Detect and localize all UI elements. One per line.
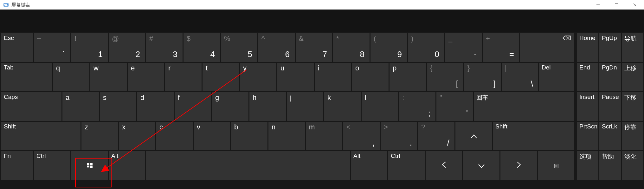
key-0[interactable]: )0 — [408, 33, 444, 62]
key-menu[interactable] — [538, 151, 574, 180]
key-caps[interactable]: Caps — [1, 92, 61, 121]
key-9[interactable]: (9 — [370, 33, 407, 62]
key-dock[interactable]: 停靠 — [622, 122, 643, 150]
key-help[interactable]: 帮助 — [599, 151, 621, 180]
key-left-arrow[interactable] — [426, 151, 462, 180]
key-6[interactable]: ^6 — [258, 33, 295, 62]
key-apostrophe[interactable]: "' — [436, 92, 473, 121]
key-left-shift[interactable]: Shift — [1, 122, 80, 150]
key-pause[interactable]: Pause — [599, 92, 621, 121]
key-slash[interactable]: ?/ — [418, 122, 454, 150]
key-o[interactable]: o — [352, 63, 389, 91]
key-minus[interactable]: _- — [445, 33, 482, 62]
key-n[interactable]: n — [268, 122, 305, 150]
key-t[interactable]: t — [203, 63, 239, 91]
minimize-button[interactable] — [589, 0, 607, 10]
key-b[interactable]: b — [231, 122, 267, 150]
close-button[interactable] — [626, 0, 644, 10]
key-right-shift[interactable]: Shift — [493, 122, 574, 150]
key-prtscn[interactable]: PrtScn — [577, 122, 598, 150]
row-5: Fn Ctrl Alt Alt Ctrl — [1, 151, 574, 180]
key-i[interactable]: i — [315, 63, 351, 91]
key-space[interactable] — [146, 151, 350, 180]
key-3[interactable]: #3 — [146, 33, 183, 62]
svg-rect-10 — [90, 163, 93, 165]
row-1: Esc ~` !1 @2 #3 $4 %5 ^6 &7 *8 (9 )0 _- … — [1, 33, 574, 62]
key-enter[interactable]: 回车 — [474, 92, 574, 121]
key-h[interactable]: h — [249, 92, 286, 121]
key-l[interactable]: l — [362, 92, 398, 121]
key-g[interactable]: g — [212, 92, 248, 121]
key-backtick[interactable]: ~` — [34, 33, 70, 62]
key-tab[interactable]: Tab — [1, 63, 52, 91]
svg-rect-4 — [5, 5, 8, 6]
key-options[interactable]: 选项 — [577, 151, 598, 180]
backspace-icon: ⌫ — [563, 35, 571, 42]
key-r[interactable]: r — [165, 63, 202, 91]
key-m[interactable]: m — [306, 122, 342, 150]
key-semicolon[interactable]: :; — [399, 92, 435, 121]
key-w[interactable]: w — [90, 63, 127, 91]
key-down-arrow[interactable] — [463, 151, 499, 180]
key-insert[interactable]: Insert — [577, 92, 598, 121]
key-up-arrow[interactable] — [455, 122, 492, 150]
key-pgdn[interactable]: PgDn — [599, 63, 621, 91]
key-j[interactable]: j — [287, 92, 323, 121]
key-d[interactable]: d — [137, 92, 174, 121]
key-home[interactable]: Home — [577, 33, 598, 62]
key-1[interactable]: !1 — [71, 33, 108, 62]
key-7[interactable]: &7 — [296, 33, 332, 62]
key-right-bracket[interactable]: }] — [464, 63, 501, 91]
key-a[interactable]: a — [62, 92, 99, 121]
suggestion-bar — [0, 10, 644, 32]
right-arrow-icon — [500, 161, 537, 171]
key-left-ctrl[interactable]: Ctrl — [34, 151, 70, 180]
key-comma[interactable]: <, — [343, 122, 380, 150]
maximize-button[interactable] — [607, 0, 626, 10]
key-nav[interactable]: 导航 — [622, 33, 643, 62]
key-esc[interactable]: Esc — [1, 33, 33, 62]
key-pgup[interactable]: PgUp — [599, 33, 621, 62]
key-c[interactable]: c — [156, 122, 193, 150]
key-2[interactable]: @2 — [109, 33, 145, 62]
key-fade[interactable]: 淡化 — [622, 151, 643, 180]
key-v[interactable]: v — [194, 122, 230, 150]
key-left-alt[interactable]: Alt — [109, 151, 145, 180]
windows-icon — [71, 161, 108, 171]
key-x[interactable]: x — [119, 122, 155, 150]
key-label: Esc — [4, 35, 14, 42]
key-right-arrow[interactable] — [500, 151, 537, 180]
key-end[interactable]: End — [577, 63, 598, 91]
key-e[interactable]: e — [128, 63, 164, 91]
key-del[interactable]: Del — [539, 63, 574, 91]
svg-rect-1 — [4, 4, 5, 5]
key-y[interactable]: y — [240, 63, 276, 91]
key-8[interactable]: *8 — [333, 33, 370, 62]
key-right-ctrl[interactable]: Ctrl — [388, 151, 425, 180]
key-windows[interactable] — [71, 151, 108, 180]
key-f[interactable]: f — [175, 92, 211, 121]
key-left-bracket[interactable]: {[ — [427, 63, 463, 91]
key-move-up[interactable]: 上移 — [622, 63, 643, 91]
key-scrlk[interactable]: ScrLk — [599, 122, 621, 150]
key-5[interactable]: %5 — [221, 33, 257, 62]
app-icon — [3, 2, 9, 8]
key-fn[interactable]: Fn — [1, 151, 33, 180]
key-z[interactable]: z — [81, 122, 118, 150]
key-right-alt[interactable]: Alt — [351, 151, 387, 180]
key-p[interactable]: p — [390, 63, 426, 91]
up-arrow-icon — [455, 131, 492, 141]
svg-rect-12 — [90, 166, 93, 168]
key-equals[interactable]: += — [483, 33, 519, 62]
row-4: Shift z x c v b n m <, >. ?/ Shift — [1, 122, 574, 150]
key-u[interactable]: u — [277, 63, 314, 91]
key-backslash[interactable]: |\ — [502, 63, 538, 91]
key-s[interactable]: s — [100, 92, 136, 121]
key-move-down[interactable]: 下移 — [622, 92, 643, 121]
key-k[interactable]: k — [324, 92, 361, 121]
key-4[interactable]: $4 — [184, 33, 220, 62]
key-q[interactable]: q — [53, 63, 89, 91]
title-bar: 屏幕键盘 — [0, 0, 644, 10]
key-period[interactable]: >. — [381, 122, 417, 150]
key-backspace[interactable]: ⌫ — [520, 33, 574, 62]
